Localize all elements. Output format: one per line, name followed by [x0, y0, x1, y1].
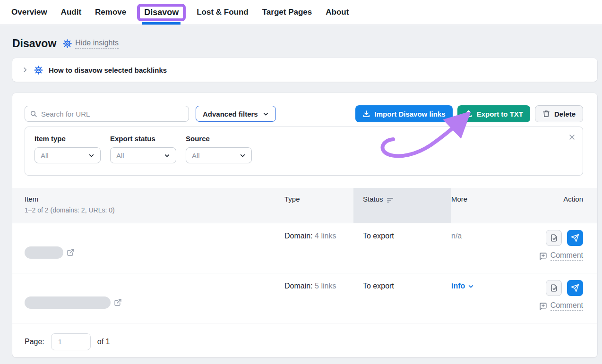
- filter-label-item-type: Item type: [34, 135, 101, 143]
- sort-icon: [387, 198, 393, 203]
- import-disavow-links-label: Import Disavow links: [375, 110, 446, 118]
- gear-icon: [34, 66, 43, 75]
- type-label: Domain:: [284, 232, 313, 240]
- tab-remove[interactable]: Remove: [95, 8, 126, 17]
- delete-button[interactable]: Delete: [535, 105, 583, 122]
- item-count-subtext: 1–2 of 2 (domains: 2, URLs: 0): [25, 206, 284, 214]
- comment-label: Comment: [550, 301, 583, 311]
- info-dropdown[interactable]: info: [451, 282, 529, 290]
- redacted-domain: [25, 296, 111, 309]
- item-type-select[interactable]: All: [34, 147, 101, 163]
- more-value: n/a: [451, 232, 529, 273]
- send-button[interactable]: [567, 280, 583, 296]
- disavow-panel: Advanced filters Import Disavow links Ex…: [12, 93, 597, 357]
- send-button[interactable]: [567, 230, 583, 246]
- filter-label-source: Source: [186, 135, 252, 143]
- comment-link[interactable]: Comment: [539, 251, 583, 261]
- type-links-count[interactable]: 5 links: [315, 282, 336, 290]
- column-header-action: Action: [529, 188, 583, 223]
- info-label: info: [451, 282, 465, 290]
- import-disavow-links-button[interactable]: Import Disavow links: [355, 105, 453, 122]
- howto-expander[interactable]: How to disavow selected backlinks: [12, 58, 597, 82]
- column-header-status[interactable]: Status: [353, 188, 451, 223]
- type-links-count[interactable]: 4 links: [315, 232, 336, 240]
- table-row: Domain: 4 links To export n/a Comment: [12, 223, 597, 273]
- gear-icon: [63, 39, 72, 48]
- close-icon: [568, 134, 576, 141]
- add-to-disavow-file-button[interactable]: [546, 280, 562, 296]
- item-type-value: All: [41, 152, 49, 160]
- status-header-label: Status: [363, 195, 383, 203]
- export-to-txt-label: Export to TXT: [477, 110, 523, 118]
- tab-overview[interactable]: Overview: [11, 8, 47, 17]
- chevron-down-icon: [468, 283, 474, 289]
- export-to-txt-button[interactable]: Export to TXT: [457, 105, 530, 122]
- comment-label: Comment: [550, 251, 583, 261]
- search-input[interactable]: [41, 110, 184, 118]
- chevron-down-icon: [88, 152, 95, 159]
- table-header: Item 1–2 of 2 (domains: 2, URLs: 0) Type…: [12, 188, 597, 223]
- add-to-disavow-file-button[interactable]: [546, 230, 562, 246]
- chevron-down-icon: [240, 152, 246, 159]
- status-value: To export: [363, 232, 451, 273]
- paper-plane-icon: [571, 284, 579, 292]
- pagination: Page: of 1: [12, 323, 597, 360]
- external-link-icon[interactable]: [67, 248, 75, 256]
- download-icon: [362, 110, 370, 118]
- top-nav: Overview Audit Remove Disavow Lost & Fou…: [0, 0, 602, 25]
- advanced-filters-label: Advanced filters: [203, 110, 258, 118]
- page-label: Page:: [25, 338, 44, 346]
- tab-target-pages[interactable]: Target Pages: [262, 8, 312, 17]
- paper-plane-icon: [571, 234, 579, 242]
- document-check-icon: [550, 234, 558, 242]
- chevron-down-icon: [164, 152, 170, 159]
- comment-plus-icon: [539, 302, 547, 310]
- filter-label-export-status: Export status: [110, 135, 176, 143]
- page-number-input[interactable]: [51, 333, 91, 350]
- export-status-value: All: [116, 152, 124, 160]
- column-header-type: Type: [284, 188, 363, 223]
- column-header-more: More: [451, 188, 529, 223]
- table-row: Domain: 5 links To export info: [12, 273, 597, 323]
- tab-lost-and-found[interactable]: Lost & Found: [197, 8, 249, 17]
- hide-insights-label: Hide insights: [75, 39, 119, 49]
- chevron-down-icon: [263, 111, 269, 117]
- page-title: Disavow: [12, 37, 56, 50]
- redacted-domain: [25, 246, 63, 259]
- hide-insights-link[interactable]: Hide insights: [63, 39, 119, 49]
- search-icon: [30, 110, 37, 118]
- active-tab-underline: [142, 22, 181, 25]
- advanced-filters-button[interactable]: Advanced filters: [196, 106, 276, 122]
- page-of-label: of 1: [97, 338, 110, 346]
- export-status-select[interactable]: All: [110, 147, 176, 163]
- search-input-wrapper: [25, 106, 189, 122]
- chevron-right-icon: [22, 67, 28, 73]
- tab-disavow[interactable]: Disavow: [144, 8, 179, 17]
- close-filter-panel-button[interactable]: [568, 133, 576, 141]
- external-link-icon[interactable]: [114, 298, 122, 306]
- type-label: Domain:: [284, 282, 313, 290]
- source-select[interactable]: All: [186, 147, 252, 163]
- tab-audit[interactable]: Audit: [61, 8, 81, 17]
- column-header-item: Item: [25, 195, 284, 203]
- trash-icon: [542, 110, 550, 118]
- comment-plus-icon: [539, 252, 547, 260]
- annotation-highlight-box: Disavow: [137, 4, 186, 21]
- status-value: To export: [363, 282, 451, 323]
- source-value: All: [192, 152, 200, 160]
- upload-icon: [464, 110, 473, 118]
- document-check-icon: [550, 284, 558, 292]
- delete-label: Delete: [554, 110, 576, 118]
- filter-panel: Item type All Export status All Source A…: [25, 127, 583, 176]
- tab-about[interactable]: About: [326, 8, 349, 17]
- howto-label: How to disavow selected backlinks: [49, 66, 167, 74]
- comment-link[interactable]: Comment: [539, 301, 583, 311]
